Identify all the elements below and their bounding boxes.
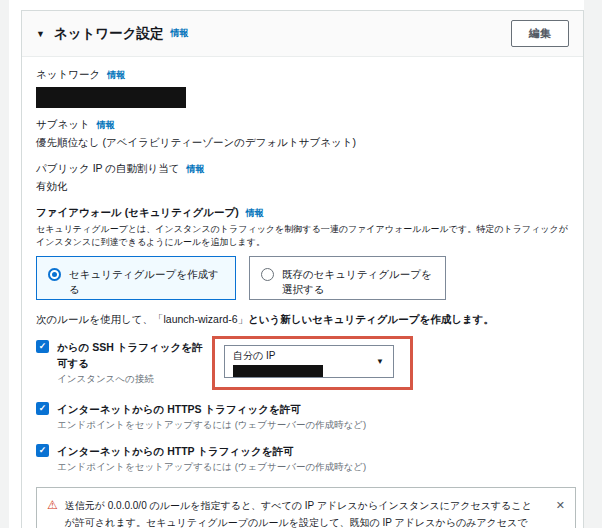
subnet-field-label: サブネット 情報: [36, 118, 569, 132]
ssh-rule-label-block: ✓ からの SSH トラフィックを許可する インスタンスへの接続: [36, 334, 212, 390]
ssh-rule-helper: インスタンスへの接続: [57, 373, 212, 386]
radio-unselected-icon: [261, 268, 274, 281]
dropdown-caret-icon: ▼: [376, 357, 384, 366]
network-label: ネットワーク: [36, 68, 100, 82]
source-ip-dropdown[interactable]: 自分の IP ▼: [224, 345, 394, 378]
select-existing-security-group-option[interactable]: 既存のセキュリティグループを選択する: [249, 256, 446, 300]
public-ip-info-link[interactable]: 情報: [187, 163, 205, 176]
create-security-group-option[interactable]: セキュリティグループを作成する: [36, 256, 236, 300]
page-right-margin: [584, 0, 602, 528]
http-rule-label: インターネットからの HTTP トラフィックを許可: [57, 443, 294, 459]
subnet-label: サブネット: [36, 118, 90, 132]
edit-button[interactable]: 編集: [511, 20, 569, 47]
open-access-warning: ⚠ 送信元が 0.0.0.0/0 のルールを指定すると、すべての IP アドレス…: [36, 487, 576, 528]
http-rule-row: ✓ インターネットからの HTTP トラフィックを許可 エンドポイントをセットア…: [36, 443, 569, 474]
security-group-options: セキュリティグループを作成する 既存のセキュリティグループを選択する: [36, 256, 569, 300]
firewall-description: セキュリティグループとは、インスタンスのトラフィックを制御する一連のファイアウォ…: [36, 223, 576, 249]
public-ip-field-label: パブリック IP の自動割り当て 情報: [36, 162, 569, 176]
https-rule-row: ✓ インターネットからの HTTPS トラフィックを許可 エンドポイントをセット…: [36, 401, 569, 432]
network-info-link[interactable]: 情報: [107, 69, 125, 82]
ssh-rule-row: ✓ からの SSH トラフィックを許可する インスタンスへの接続 自分の IP …: [36, 334, 569, 390]
firewall-field-label: ファイアウォール (セキュリティグループ) 情報: [36, 206, 569, 220]
collapse-caret-icon[interactable]: ▼: [36, 29, 45, 39]
network-field-label: ネットワーク 情報: [36, 68, 569, 82]
warning-close-icon[interactable]: ✕: [556, 498, 565, 528]
public-ip-value: 有効化: [36, 180, 569, 194]
warning-icon: ⚠: [47, 498, 58, 528]
radio-selected-icon: [48, 268, 61, 281]
rules-intro-bold: という新しいセキュリティグループを作成します。: [248, 313, 494, 325]
create-security-group-label: セキュリティグループを作成する: [69, 267, 224, 297]
ssh-checkbox[interactable]: ✓: [36, 340, 49, 353]
network-settings-panel: ▼ ネットワーク設定 情報 編集 ネットワーク 情報 サブネット 情報 優先順位…: [21, 10, 584, 528]
rules-intro-sentence: 次のルールを使用して、「launch-wizard-6」という新しいセキュリティ…: [36, 313, 569, 327]
rules-intro-prefix: 次のルールを使用して、「launch-wizard-6」: [36, 313, 248, 325]
redacted-network-value: [36, 87, 186, 108]
source-ip-selected-value: 自分の IP: [233, 349, 385, 363]
annotation-highlight-rectangle: 自分の IP ▼: [212, 336, 413, 390]
firewall-label: ファイアウォール (セキュリティグループ): [36, 206, 239, 220]
redacted-ip-value: [233, 365, 323, 377]
subnet-info-link[interactable]: 情報: [97, 119, 115, 132]
https-rule-helper: エンドポイントをセットアップするには (ウェブサーバーの作成時など): [57, 419, 569, 432]
panel-title: ネットワーク設定: [54, 25, 164, 43]
panel-info-link[interactable]: 情報: [171, 27, 189, 40]
http-checkbox[interactable]: ✓: [36, 444, 49, 457]
subnet-value: 優先順位なし (アベイラビリティーゾーンのデフォルトサブネット): [36, 136, 569, 150]
page-left-margin: [0, 0, 9, 528]
panel-header: ▼ ネットワーク設定 情報 編集: [22, 11, 583, 57]
warning-text: 送信元が 0.0.0.0/0 のルールを指定すると、すべての IP アドレスから…: [65, 498, 533, 528]
ssh-rule-label: からの SSH トラフィックを許可する: [57, 339, 212, 371]
https-checkbox[interactable]: ✓: [36, 402, 49, 415]
https-rule-label: インターネットからの HTTPS トラフィックを許可: [57, 401, 301, 417]
panel-content: ネットワーク 情報 サブネット 情報 優先順位なし (アベイラビリティーゾーンの…: [22, 57, 583, 528]
existing-security-group-label: 既存のセキュリティグループを選択する: [282, 267, 434, 297]
firewall-info-link[interactable]: 情報: [246, 207, 264, 220]
http-rule-helper: エンドポイントをセットアップするには (ウェブサーバーの作成時など): [57, 461, 569, 474]
public-ip-label: パブリック IP の自動割り当て: [36, 162, 180, 176]
